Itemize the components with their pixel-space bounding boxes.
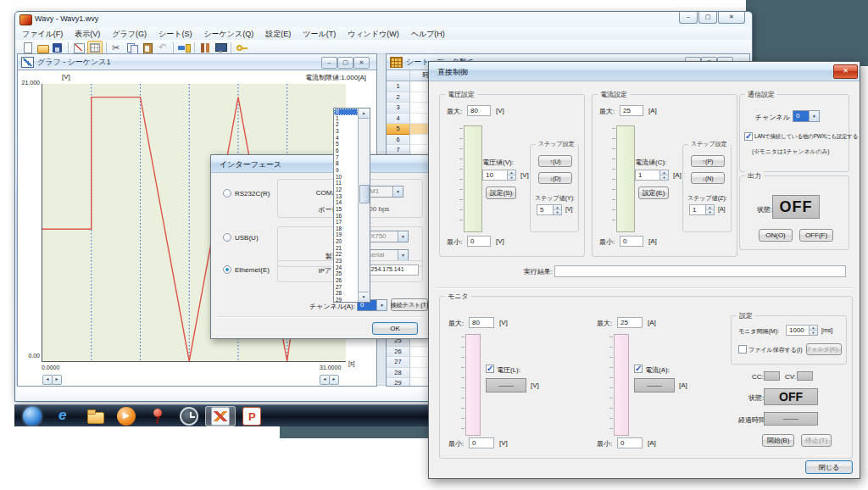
execute-icon[interactable]	[177, 42, 191, 54]
current-set-button[interactable]: 設定(E)	[638, 187, 669, 199]
minimize-button[interactable]: –	[679, 12, 698, 24]
channel-option[interactable]: 8	[334, 160, 358, 167]
row-header[interactable]: 26	[387, 347, 410, 358]
current-step-up-button[interactable]: ↑(P)	[691, 155, 725, 167]
row-header[interactable]: 5	[387, 124, 410, 135]
main-title-bar[interactable]: Wavy - Wavy1.wvy – ▢ ✕	[15, 12, 752, 27]
row-header[interactable]: 3	[387, 103, 410, 114]
spinner-arrows-icon[interactable]: ▲▼	[810, 325, 818, 336]
channel-option[interactable]: 2	[334, 121, 358, 128]
channel-option[interactable]: 19	[334, 231, 358, 238]
voltage-min-field[interactable]: 0	[467, 236, 491, 247]
paste-icon[interactable]	[141, 42, 154, 54]
taskbar-item-internet-explorer[interactable]	[48, 406, 79, 426]
channel-option[interactable]: 16	[334, 213, 358, 220]
undo-icon[interactable]	[156, 42, 170, 54]
tools-icon[interactable]	[198, 42, 212, 54]
monitor-start-button[interactable]: 開始(B)	[762, 434, 794, 447]
voltage-step-down-button[interactable]: ↓(D)	[538, 172, 572, 184]
channel-option[interactable]: 1	[334, 115, 358, 122]
channel-option[interactable]: 23	[334, 258, 358, 264]
channel-option[interactable]: 9	[334, 167, 358, 174]
voltage-max-field[interactable]: 80	[467, 105, 491, 116]
x-scroll-right-button-2[interactable]: ►	[329, 375, 339, 385]
new-document-icon[interactable]	[20, 42, 34, 54]
spinner-arrows-icon[interactable]: ▲▼	[554, 204, 562, 215]
file-save-checkbox[interactable]	[738, 345, 747, 354]
output-on-button[interactable]: ON(O)	[759, 229, 793, 242]
scrollbar-thumb[interactable]	[359, 185, 370, 203]
channel-option[interactable]: 3	[334, 128, 358, 135]
current-min-field[interactable]: 0	[620, 236, 643, 247]
graph-window-title-bar[interactable]: グラフ - シーケンス1 – ▢ ✕	[18, 54, 376, 70]
close-button[interactable]: ✕	[718, 12, 745, 24]
voltage-set-button[interactable]: 設定(S)	[486, 187, 516, 199]
channel-option[interactable]: 22	[334, 251, 358, 258]
mon-voltage-max-field[interactable]: 80	[469, 317, 494, 328]
result-field[interactable]	[554, 265, 846, 277]
graph-restore-button[interactable]: ▢	[337, 57, 353, 69]
sheet-corner-cell[interactable]	[387, 70, 410, 81]
comm-channel-select[interactable]: 0▼	[793, 110, 820, 122]
interface-dialog-title-bar[interactable]: インターフェース	[211, 155, 428, 173]
channel-option[interactable]: 21	[334, 245, 358, 252]
channel-option[interactable]: 6	[334, 148, 358, 154]
row-header[interactable]: 6	[387, 135, 410, 146]
row-header[interactable]: 28	[387, 368, 410, 379]
channel-option[interactable]: 26	[334, 277, 358, 284]
current-step-spinner[interactable]: 1 ▲▼	[689, 204, 715, 215]
channel-option[interactable]: 10	[334, 174, 358, 181]
lan-checkbox[interactable]	[744, 132, 753, 141]
spinner-arrows-icon[interactable]: ▲▼	[660, 170, 669, 181]
row-header[interactable]: 4	[387, 114, 410, 125]
current-max-field[interactable]: 25	[620, 105, 643, 116]
graph-minimize-button[interactable]: –	[321, 57, 337, 69]
usb-radio[interactable]	[223, 233, 231, 242]
channel-option[interactable]: 14	[334, 199, 358, 206]
dialog-close-button[interactable]: ✕	[833, 64, 858, 79]
channel-option[interactable]: 27	[334, 284, 358, 291]
taskbar-item-powerpoint[interactable]	[236, 406, 267, 426]
monitor-interval-spinner[interactable]: 1000 ▲▼	[786, 325, 818, 336]
scroll-up-icon[interactable]: ▲	[359, 109, 369, 119]
channel-option[interactable]: 4	[334, 135, 358, 142]
voltage-step-up-button[interactable]: ↑(U)	[538, 155, 572, 167]
channel-option[interactable]: 12	[334, 187, 358, 193]
mon-current-min-field[interactable]: 0	[617, 437, 643, 448]
channel-option[interactable]: 20	[334, 238, 358, 245]
mon-current-checkbox[interactable]	[634, 365, 643, 373]
save-icon[interactable]	[51, 42, 64, 54]
channel-option[interactable]: 25	[334, 270, 358, 277]
ok-button[interactable]: OK	[372, 322, 418, 335]
spinner-arrows-icon[interactable]: ▲▼	[508, 170, 516, 181]
scroll-down-icon[interactable]: ▼	[359, 292, 369, 302]
folder-button[interactable]: フォルダ(K)...	[806, 343, 842, 355]
monitor-icon[interactable]	[214, 42, 227, 54]
key-icon[interactable]	[235, 42, 248, 54]
graph-icon[interactable]	[72, 42, 86, 54]
row-header[interactable]: 29	[387, 378, 410, 386]
channel-option[interactable]: 24	[334, 264, 358, 271]
row-header[interactable]: 2	[387, 92, 410, 103]
direct-control-title-bar[interactable]: 直接制御 ✕	[429, 62, 860, 81]
channel-option[interactable]: 5	[334, 141, 358, 148]
rs232c-radio[interactable]	[223, 189, 231, 198]
taskbar-item-clock[interactable]	[174, 406, 204, 426]
channel-option[interactable]: 0	[334, 109, 358, 115]
taskbar-item-media-player[interactable]	[111, 406, 142, 426]
voltage-value-spinner[interactable]: 10 ▲▼	[482, 170, 516, 181]
taskbar-item-pin[interactable]	[142, 406, 173, 426]
channel-option[interactable]: 17	[334, 219, 358, 226]
row-header[interactable]: 1	[387, 81, 410, 92]
ethernet-radio[interactable]	[223, 265, 231, 274]
graph-close-button[interactable]: ✕	[353, 57, 370, 69]
open-folder-icon[interactable]	[36, 42, 49, 54]
voltage-step-spinner[interactable]: 5 ▲▼	[537, 204, 562, 215]
monitor-stop-button[interactable]: 停止(T)	[801, 434, 832, 447]
taskbar-item-start[interactable]	[17, 406, 47, 426]
current-step-down-button[interactable]: ↓(N)	[691, 172, 725, 184]
channel-option[interactable]: 15	[334, 206, 358, 213]
channel-option[interactable]: 11	[334, 180, 358, 187]
copy-icon[interactable]	[125, 42, 139, 54]
maximize-button[interactable]: ▢	[698, 12, 717, 24]
